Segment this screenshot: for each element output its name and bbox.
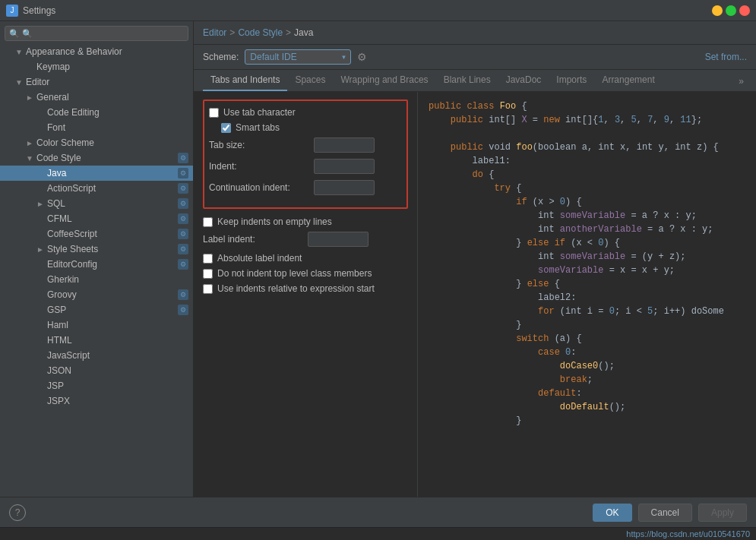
sidebar-item-label: JSP: [47, 381, 64, 391]
window-title: Settings: [23, 5, 712, 16]
sidebar-item-label: ActionScript: [47, 183, 96, 194]
sidebar-item-cfml[interactable]: CFML ⚙: [0, 211, 193, 226]
sidebar-item-json[interactable]: JSON: [0, 363, 193, 378]
sidebar-item-style-sheets[interactable]: ► Style Sheets ⚙: [0, 242, 193, 257]
sidebar-item-label: Groovy: [47, 289, 77, 300]
scheme-label: Scheme:: [203, 52, 239, 62]
tab-size-input[interactable]: 4: [314, 137, 375, 153]
sidebar-item-html[interactable]: HTML: [0, 333, 193, 348]
sidebar-item-coffeescript[interactable]: CoffeeScript ⚙: [0, 226, 193, 242]
search-icon: 🔍: [9, 29, 20, 39]
badge-icon: ⚙: [178, 259, 188, 270]
sidebar-item-javascript[interactable]: JavaScript: [0, 348, 193, 363]
settings-dialog: 🔍 ▼ Appearance & Behavior Keymap ▼ Edito…: [0, 21, 756, 540]
content-split: Use tab character Smart tabs Tab size: 4…: [194, 92, 756, 497]
sidebar-item-java[interactable]: Java ⚙: [0, 166, 193, 181]
tab-indents-section: Use tab character Smart tabs Tab size: 4…: [203, 99, 408, 209]
expand-arrow: ►: [36, 245, 47, 254]
ok-button[interactable]: OK: [593, 504, 631, 522]
scheme-select[interactable]: Default IDE: [245, 49, 351, 65]
do-not-indent-top-level-label: Do not indent top level class members: [217, 268, 372, 279]
tab-spaces[interactable]: Spaces: [287, 70, 333, 91]
use-tab-char-checkbox[interactable]: [209, 108, 219, 118]
badge-icon: ⚙: [178, 168, 188, 178]
tab-size-label: Tab size:: [209, 140, 308, 150]
expand-arrow: ▼: [15, 78, 26, 87]
main-content: 🔍 ▼ Appearance & Behavior Keymap ▼ Edito…: [0, 21, 756, 497]
breadcrumb-editor[interactable]: Editor: [203, 27, 226, 38]
sidebar-item-jspx[interactable]: JSPX: [0, 393, 193, 409]
sidebar-item-gherkin[interactable]: Gherkin: [0, 272, 193, 287]
sidebar-item-code-editing[interactable]: Code Editing: [0, 105, 193, 120]
badge-icon: ⚙: [178, 305, 188, 315]
tab-blank-lines[interactable]: Blank Lines: [436, 70, 498, 91]
sidebar-item-jsp[interactable]: JSP: [0, 378, 193, 393]
continuation-indent-label: Continuation indent:: [209, 182, 308, 193]
maximize-button[interactable]: [726, 5, 736, 16]
tab-arrangement[interactable]: Arrangement: [594, 70, 662, 91]
smart-tabs-row: Smart tabs: [209, 122, 402, 133]
keep-indents-checkbox[interactable]: [203, 217, 213, 227]
expand-arrow: ▼: [26, 154, 36, 163]
tab-javadoc[interactable]: JavaDoc: [498, 70, 549, 91]
absolute-label-indent-checkbox[interactable]: [203, 254, 213, 264]
scheme-gear-button[interactable]: ⚙: [357, 51, 367, 63]
tabs-more-button[interactable]: »: [735, 71, 747, 91]
continuation-indent-input[interactable]: 8: [314, 180, 375, 195]
tab-wrapping-and-braces[interactable]: Wrapping and Braces: [333, 70, 435, 91]
smart-tabs-checkbox[interactable]: [221, 123, 231, 133]
apply-button[interactable]: Apply: [698, 504, 747, 522]
indent-input[interactable]: 4: [314, 159, 375, 174]
sidebar-item-label: Java: [47, 168, 66, 178]
sidebar-item-label: JSPX: [47, 396, 70, 406]
label-indent-row: Label indent: 0: [203, 232, 408, 247]
search-box[interactable]: 🔍: [5, 26, 188, 41]
continuation-indent-row: Continuation indent: 8: [209, 180, 402, 195]
search-input[interactable]: [5, 26, 188, 41]
minimize-button[interactable]: [712, 5, 723, 16]
sidebar-item-label: Code Editing: [47, 107, 100, 118]
window-controls: [712, 5, 750, 16]
label-indent-input[interactable]: 0: [308, 232, 369, 247]
sidebar-item-editorconfig[interactable]: EditorConfig ⚙: [0, 257, 193, 272]
do-not-indent-top-level-checkbox[interactable]: [203, 269, 213, 279]
code-preview: public class Foo { public int[] X = new …: [418, 92, 756, 497]
sidebar-item-label: Color Scheme: [36, 137, 94, 148]
sidebar-item-haml[interactable]: Haml: [0, 317, 193, 333]
sidebar-item-gsp[interactable]: GSP ⚙: [0, 302, 193, 317]
tab-imports[interactable]: Imports: [549, 70, 594, 91]
tab-tabs-and-indents[interactable]: Tabs and Indents: [203, 70, 287, 91]
scheme-bar: Scheme: Default IDE ⚙ Set from...: [194, 45, 756, 70]
sidebar-item-label: Appearance & Behavior: [26, 46, 122, 57]
sidebar-item-font[interactable]: Font: [0, 120, 193, 135]
help-button[interactable]: ?: [9, 504, 26, 521]
set-from-link[interactable]: Set from...: [705, 52, 747, 62]
breadcrumb-sep-2: >: [286, 27, 291, 38]
breadcrumb-code-style[interactable]: Code Style: [238, 27, 283, 38]
absolute-label-indent-row: Absolute label indent: [203, 253, 408, 264]
sidebar-item-color-scheme[interactable]: ► Color Scheme: [0, 135, 193, 150]
scheme-select-wrap[interactable]: Default IDE: [245, 49, 351, 65]
use-indents-relative-label: Use indents relative to expression start: [217, 283, 375, 294]
expand-arrow: ►: [26, 93, 36, 102]
label-indent-label: Label indent:: [203, 234, 302, 245]
sidebar-item-appearance[interactable]: ▼ Appearance & Behavior: [0, 44, 193, 59]
use-indents-relative-checkbox[interactable]: [203, 284, 213, 294]
sidebar-item-groovy[interactable]: Groovy ⚙: [0, 287, 193, 302]
sidebar-item-label: Keymap: [36, 62, 70, 72]
badge-icon: ⚙: [178, 153, 188, 163]
sidebar-item-general[interactable]: ► General: [0, 90, 193, 105]
sidebar-item-editor[interactable]: ▼ Editor: [0, 74, 193, 90]
sidebar-item-actionscript[interactable]: ActionScript ⚙: [0, 181, 193, 196]
sidebar-item-label: General: [36, 92, 69, 103]
sidebar-item-sql[interactable]: ► SQL ⚙: [0, 196, 193, 211]
url-bar: https://blog.csdn.net/u010541670: [0, 527, 756, 540]
close-button[interactable]: [739, 5, 750, 16]
badge-icon: ⚙: [178, 213, 188, 224]
sidebar-item-code-style[interactable]: ▼ Code Style ⚙: [0, 150, 193, 166]
sidebar-item-label: EditorConfig: [47, 259, 97, 270]
title-bar: J Settings: [0, 0, 756, 21]
cancel-button[interactable]: Cancel: [638, 504, 692, 522]
sidebar-item-label: CoffeeScript: [47, 229, 97, 239]
sidebar-item-keymap[interactable]: Keymap: [0, 59, 193, 74]
